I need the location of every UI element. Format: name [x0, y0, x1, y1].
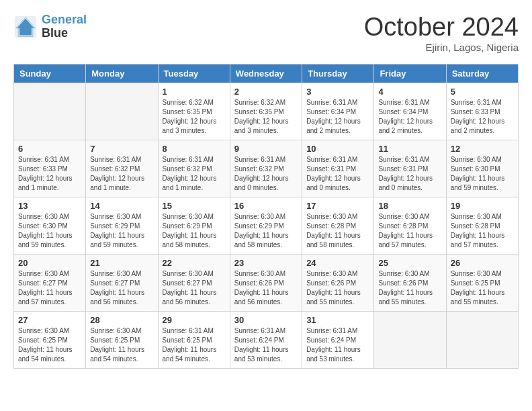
calendar-cell	[14, 83, 86, 140]
cell-info: Sunrise: 6:30 AMSunset: 6:27 PMDaylight:…	[18, 269, 81, 307]
cell-info: Sunrise: 6:31 AMSunset: 6:33 PMDaylight:…	[451, 98, 514, 136]
calendar-cell: 19Sunrise: 6:30 AMSunset: 6:28 PMDayligh…	[446, 197, 518, 254]
calendar-cell: 25Sunrise: 6:30 AMSunset: 6:26 PMDayligh…	[374, 254, 446, 311]
cell-info: Sunrise: 6:31 AMSunset: 6:31 PMDaylight:…	[378, 155, 441, 193]
day-number: 7	[90, 144, 153, 154]
day-number: 26	[451, 258, 514, 268]
cell-info: Sunrise: 6:30 AMSunset: 6:28 PMDaylight:…	[378, 212, 441, 250]
calendar-cell: 18Sunrise: 6:30 AMSunset: 6:28 PMDayligh…	[374, 197, 446, 254]
day-number: 15	[163, 201, 226, 211]
day-number: 29	[163, 315, 226, 325]
day-number: 4	[378, 87, 441, 97]
day-number: 24	[306, 258, 369, 268]
calendar-cell: 30Sunrise: 6:31 AMSunset: 6:24 PMDayligh…	[230, 311, 302, 368]
calendar-cell: 28Sunrise: 6:30 AMSunset: 6:25 PMDayligh…	[86, 311, 158, 368]
cell-info: Sunrise: 6:31 AMSunset: 6:32 PMDaylight:…	[90, 155, 153, 193]
day-number: 9	[234, 144, 298, 154]
calendar-week-row: 1Sunrise: 6:32 AMSunset: 6:35 PMDaylight…	[14, 83, 519, 140]
cell-info: Sunrise: 6:30 AMSunset: 6:25 PMDaylight:…	[90, 326, 153, 364]
cell-info: Sunrise: 6:30 AMSunset: 6:25 PMDaylight:…	[18, 326, 81, 364]
page-header: General Blue October 2024 Ejirin, Lagos,…	[13, 13, 519, 53]
logo: General Blue	[13, 13, 87, 40]
calendar-cell: 31Sunrise: 6:31 AMSunset: 6:24 PMDayligh…	[302, 311, 374, 368]
day-number: 21	[90, 258, 153, 268]
cell-info: Sunrise: 6:30 AMSunset: 6:27 PMDaylight:…	[163, 269, 226, 307]
cell-info: Sunrise: 6:30 AMSunset: 6:30 PMDaylight:…	[451, 155, 514, 193]
calendar-cell: 3Sunrise: 6:31 AMSunset: 6:34 PMDaylight…	[302, 83, 374, 140]
cell-info: Sunrise: 6:31 AMSunset: 6:33 PMDaylight:…	[18, 155, 81, 193]
title-block: October 2024 Ejirin, Lagos, Nigeria	[364, 13, 519, 53]
calendar-cell: 1Sunrise: 6:32 AMSunset: 6:35 PMDaylight…	[158, 83, 230, 140]
day-number: 11	[378, 144, 441, 154]
cell-info: Sunrise: 6:30 AMSunset: 6:30 PMDaylight:…	[18, 212, 81, 250]
cell-info: Sunrise: 6:31 AMSunset: 6:24 PMDaylight:…	[234, 326, 298, 364]
day-number: 18	[378, 201, 441, 211]
calendar-cell: 8Sunrise: 6:31 AMSunset: 6:32 PMDaylight…	[158, 140, 230, 197]
cell-info: Sunrise: 6:30 AMSunset: 6:29 PMDaylight:…	[163, 212, 226, 250]
cell-info: Sunrise: 6:30 AMSunset: 6:27 PMDaylight:…	[90, 269, 153, 307]
day-number: 13	[18, 201, 81, 211]
month-title: October 2024	[364, 13, 519, 42]
calendar-cell: 4Sunrise: 6:31 AMSunset: 6:34 PMDaylight…	[374, 83, 446, 140]
weekday-header: Tuesday	[158, 64, 230, 83]
day-number: 23	[234, 258, 298, 268]
weekday-header-row: SundayMondayTuesdayWednesdayThursdayFrid…	[14, 64, 519, 83]
cell-info: Sunrise: 6:31 AMSunset: 6:34 PMDaylight:…	[378, 98, 441, 136]
cell-info: Sunrise: 6:30 AMSunset: 6:25 PMDaylight:…	[451, 269, 514, 307]
location: Ejirin, Lagos, Nigeria	[364, 42, 519, 53]
weekday-header: Thursday	[302, 64, 374, 83]
calendar-cell: 7Sunrise: 6:31 AMSunset: 6:32 PMDaylight…	[86, 140, 158, 197]
cell-info: Sunrise: 6:30 AMSunset: 6:26 PMDaylight:…	[378, 269, 441, 307]
cell-info: Sunrise: 6:30 AMSunset: 6:29 PMDaylight:…	[234, 212, 298, 250]
calendar-cell: 12Sunrise: 6:30 AMSunset: 6:30 PMDayligh…	[446, 140, 518, 197]
calendar-cell: 22Sunrise: 6:30 AMSunset: 6:27 PMDayligh…	[158, 254, 230, 311]
calendar-cell: 26Sunrise: 6:30 AMSunset: 6:25 PMDayligh…	[446, 254, 518, 311]
day-number: 20	[18, 258, 81, 268]
calendar-cell: 23Sunrise: 6:30 AMSunset: 6:26 PMDayligh…	[230, 254, 302, 311]
day-number: 2	[234, 87, 298, 97]
calendar-cell: 20Sunrise: 6:30 AMSunset: 6:27 PMDayligh…	[14, 254, 86, 311]
calendar-cell	[86, 83, 158, 140]
calendar-cell: 16Sunrise: 6:30 AMSunset: 6:29 PMDayligh…	[230, 197, 302, 254]
calendar-week-row: 27Sunrise: 6:30 AMSunset: 6:25 PMDayligh…	[14, 311, 519, 368]
calendar-cell: 17Sunrise: 6:30 AMSunset: 6:28 PMDayligh…	[302, 197, 374, 254]
cell-info: Sunrise: 6:30 AMSunset: 6:26 PMDaylight:…	[306, 269, 369, 307]
cell-info: Sunrise: 6:31 AMSunset: 6:24 PMDaylight:…	[306, 326, 369, 364]
day-number: 17	[306, 201, 369, 211]
calendar-cell: 29Sunrise: 6:31 AMSunset: 6:25 PMDayligh…	[158, 311, 230, 368]
cell-info: Sunrise: 6:31 AMSunset: 6:32 PMDaylight:…	[234, 155, 298, 193]
cell-info: Sunrise: 6:31 AMSunset: 6:31 PMDaylight:…	[306, 155, 369, 193]
calendar-cell: 21Sunrise: 6:30 AMSunset: 6:27 PMDayligh…	[86, 254, 158, 311]
day-number: 30	[234, 315, 298, 325]
weekday-header: Wednesday	[230, 64, 302, 83]
calendar-cell: 6Sunrise: 6:31 AMSunset: 6:33 PMDaylight…	[14, 140, 86, 197]
cell-info: Sunrise: 6:31 AMSunset: 6:34 PMDaylight:…	[306, 98, 369, 136]
calendar-cell: 10Sunrise: 6:31 AMSunset: 6:31 PMDayligh…	[302, 140, 374, 197]
calendar-week-row: 6Sunrise: 6:31 AMSunset: 6:33 PMDaylight…	[14, 140, 519, 197]
calendar-cell: 5Sunrise: 6:31 AMSunset: 6:33 PMDaylight…	[446, 83, 518, 140]
day-number: 25	[378, 258, 441, 268]
calendar-cell: 13Sunrise: 6:30 AMSunset: 6:30 PMDayligh…	[14, 197, 86, 254]
calendar-week-row: 20Sunrise: 6:30 AMSunset: 6:27 PMDayligh…	[14, 254, 519, 311]
cell-info: Sunrise: 6:30 AMSunset: 6:28 PMDaylight:…	[306, 212, 369, 250]
cell-info: Sunrise: 6:30 AMSunset: 6:29 PMDaylight:…	[90, 212, 153, 250]
day-number: 10	[306, 144, 369, 154]
day-number: 28	[90, 315, 153, 325]
logo-icon	[13, 15, 38, 39]
calendar-cell: 24Sunrise: 6:30 AMSunset: 6:26 PMDayligh…	[302, 254, 374, 311]
weekday-header: Monday	[86, 64, 158, 83]
calendar-week-row: 13Sunrise: 6:30 AMSunset: 6:30 PMDayligh…	[14, 197, 519, 254]
day-number: 8	[163, 144, 226, 154]
day-number: 16	[234, 201, 298, 211]
day-number: 27	[18, 315, 81, 325]
calendar-cell: 9Sunrise: 6:31 AMSunset: 6:32 PMDaylight…	[230, 140, 302, 197]
cell-info: Sunrise: 6:32 AMSunset: 6:35 PMDaylight:…	[163, 98, 226, 136]
cell-info: Sunrise: 6:30 AMSunset: 6:26 PMDaylight:…	[234, 269, 298, 307]
day-number: 31	[306, 315, 369, 325]
calendar-cell: 27Sunrise: 6:30 AMSunset: 6:25 PMDayligh…	[14, 311, 86, 368]
cell-info: Sunrise: 6:32 AMSunset: 6:35 PMDaylight:…	[234, 98, 298, 136]
day-number: 12	[451, 144, 514, 154]
day-number: 5	[451, 87, 514, 97]
calendar-cell: 2Sunrise: 6:32 AMSunset: 6:35 PMDaylight…	[230, 83, 302, 140]
day-number: 3	[306, 87, 369, 97]
